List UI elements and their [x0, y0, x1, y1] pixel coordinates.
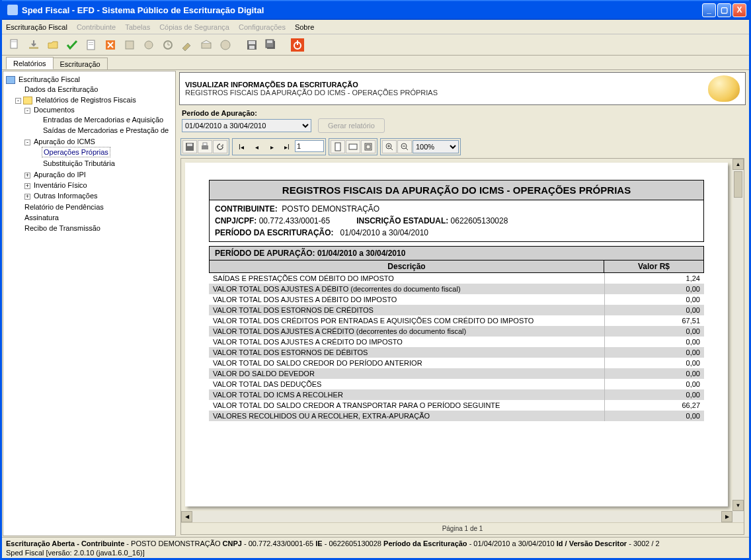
toolbar-tool4-icon[interactable]	[178, 36, 196, 54]
svg-rect-9	[202, 43, 211, 48]
svg-rect-21	[187, 143, 192, 146]
svg-rect-3	[89, 42, 93, 43]
sidebar-tree: Escrituração Fiscal Dados da Escrituraçã…	[3, 71, 176, 536]
table-row: VALOR DO SALDO DEVEDOR0,00	[209, 368, 704, 379]
page-footer: Página 1 de 1	[181, 522, 744, 534]
titlebar[interactable]: Sped Fiscal - EFD - Sistema Público de E…	[2, 0, 749, 20]
row-desc: VALOR TOTAL DOS ESTORNOS DE CRÉDITOS	[209, 305, 605, 315]
collapse-icon[interactable]: -	[24, 140, 30, 145]
app-icon	[7, 5, 18, 15]
toolbar-saveall-icon[interactable]	[262, 36, 280, 54]
expand-icon[interactable]: +	[24, 183, 30, 189]
horizontal-scrollbar[interactable]: ◀ ▶	[181, 511, 732, 522]
toolbar-delete-icon[interactable]	[102, 36, 119, 54]
svg-rect-16	[267, 40, 272, 43]
rv-zoom-select[interactable]: 100%	[413, 140, 459, 153]
rv-first-page-icon[interactable]: I◂	[234, 140, 249, 153]
scroll-down-icon[interactable]: ▼	[732, 500, 744, 511]
collapse-icon[interactable]: -	[24, 108, 30, 114]
menu-escrituracao-fiscal[interactable]: Escrituração Fiscal	[6, 23, 67, 31]
row-desc: VALOR TOTAL DO ICMS A RECOLHER	[209, 389, 605, 400]
rv-actual-icon[interactable]	[361, 140, 376, 153]
tree-op-proprias[interactable]: Operações Próprias	[42, 147, 110, 157]
period-select[interactable]: 01/04/2010 a 30/04/2010	[182, 119, 311, 132]
tab-relatorios[interactable]: Relatórios	[6, 57, 54, 69]
toolbar-check-icon[interactable]	[63, 36, 81, 54]
rv-save-icon[interactable]	[182, 140, 197, 153]
maximize-button[interactable]: ▢	[717, 3, 731, 17]
minimize-button[interactable]: _	[702, 3, 716, 17]
toolbar-open-icon[interactable]	[44, 36, 61, 54]
scroll-left-icon[interactable]: ◀	[181, 511, 192, 522]
tree-apur-icms[interactable]: Apuração do ICMS	[32, 137, 97, 146]
tree-inventario[interactable]: Inventário Físico	[32, 180, 89, 190]
table-row: VALOR TOTAL DOS AJUSTES A CRÉDITO DO IMP…	[209, 337, 704, 347]
tree-pendencias[interactable]: Relatório de Pendências	[23, 202, 105, 212]
expand-icon[interactable]: +	[24, 194, 30, 200]
rv-next-page-icon[interactable]: ▸	[264, 140, 279, 153]
rv-fitwidth-icon[interactable]	[346, 140, 360, 153]
row-desc: VALOR DO SALDO DEVEDOR	[209, 368, 605, 379]
tree-documentos[interactable]: Documentos	[32, 105, 76, 114]
rv-refresh-icon[interactable]	[213, 140, 227, 153]
toolbar-power-icon[interactable]	[289, 36, 306, 54]
main-toolbar	[2, 34, 749, 56]
toolbar-tool3-icon[interactable]	[159, 36, 177, 54]
toolbar-tool5-icon[interactable]	[198, 36, 215, 54]
menu-configuracoes[interactable]: Configurações	[239, 23, 286, 31]
generate-report-button[interactable]: Gerar relatório	[318, 118, 385, 133]
svg-rect-0	[11, 40, 17, 48]
row-desc: VALORES RECOLHIDOS OU A RECOLHER, EXTRA-…	[209, 411, 605, 421]
row-value: 0,00	[605, 379, 704, 389]
svg-point-10	[221, 40, 230, 50]
tree-entradas[interactable]: Entradas de Mercadorias e Aquisição	[42, 115, 165, 124]
rv-zoom-out-icon[interactable]	[397, 140, 412, 153]
rv-prev-page-icon[interactable]: ◂	[249, 140, 264, 153]
close-button[interactable]: X	[732, 3, 746, 17]
toolbar-new-icon[interactable]	[6, 36, 23, 54]
section-header: PERÍODO DE APURAÇÃO: 01/04/2010 a 30/04/…	[209, 246, 704, 260]
menu-copias-seguranca[interactable]: Cópias de Segurança	[159, 23, 229, 31]
rv-page-input[interactable]	[295, 140, 324, 152]
tree-dados[interactable]: Dados da Escrituração	[23, 85, 99, 94]
table-row: VALOR TOTAL DAS DEDUÇÕES0,00	[209, 379, 704, 389]
rv-zoom-in-icon[interactable]	[382, 140, 397, 153]
tree-outras[interactable]: Outras Informações	[32, 191, 99, 200]
toolbar-doc-icon[interactable]	[83, 36, 100, 54]
scroll-thumb[interactable]	[734, 171, 742, 198]
tree-apur-ipi[interactable]: Apuração do IPI	[32, 170, 87, 179]
toolbar-tool1-icon[interactable]	[121, 36, 138, 54]
scroll-right-icon[interactable]: ▶	[721, 511, 732, 522]
scroll-up-icon[interactable]: ▲	[732, 159, 744, 170]
toolbar-import-icon[interactable]	[25, 36, 42, 54]
lbl-cnpj: CNPJ/CPF:	[215, 216, 257, 225]
toolbar-tool6-icon[interactable]	[217, 36, 234, 54]
rv-last-page-icon[interactable]: ▸I	[280, 140, 294, 153]
vertical-scrollbar[interactable]: ▲ ▼	[732, 159, 744, 511]
table-row: VALOR TOTAL DOS AJUSTES A DÉBITO (decorr…	[209, 284, 704, 294]
menu-sobre[interactable]: Sobre	[295, 23, 314, 31]
menu-contribuinte[interactable]: Contribuinte	[77, 23, 116, 31]
tree-relreg[interactable]: Relatórios de Registros Fiscais	[34, 95, 138, 104]
globe-icon	[708, 75, 740, 102]
toolbar-tool2-icon[interactable]	[140, 36, 157, 54]
row-value: 67,51	[605, 315, 704, 326]
tree-recibo[interactable]: Recibo de Transmissão	[23, 223, 102, 233]
report-page: REGISTROS FISCAIS DA APURAÇÃO DO ICMS - …	[185, 163, 728, 506]
expand-icon[interactable]: +	[24, 173, 30, 179]
tree-root[interactable]: Escrituração Fiscal	[17, 75, 81, 84]
rv-print-icon[interactable]	[198, 140, 212, 153]
collapse-icon[interactable]: -	[15, 98, 21, 104]
rv-fitpage-icon[interactable]	[331, 140, 345, 153]
row-value: 66,27	[605, 400, 704, 411]
row-value: 0,00	[605, 347, 704, 358]
menu-tabelas[interactable]: Tabelas	[125, 23, 150, 31]
toolbar-save-icon[interactable]	[243, 36, 260, 54]
tree-saidas[interactable]: Saídas de Mercadorias e Prestação de	[42, 126, 170, 135]
row-desc: VALOR TOTAL DAS DEDUÇÕES	[209, 379, 605, 389]
tree-sub-trib[interactable]: Substituição Tributária	[42, 159, 116, 168]
tree-assinatura[interactable]: Assinatura	[23, 213, 60, 222]
period-label: Período de Apuração:	[182, 109, 743, 117]
statusbar: Escrituração Aberta - Contribuinte - POS…	[2, 537, 749, 558]
tab-escrituracao[interactable]: Escrituração	[53, 58, 108, 69]
